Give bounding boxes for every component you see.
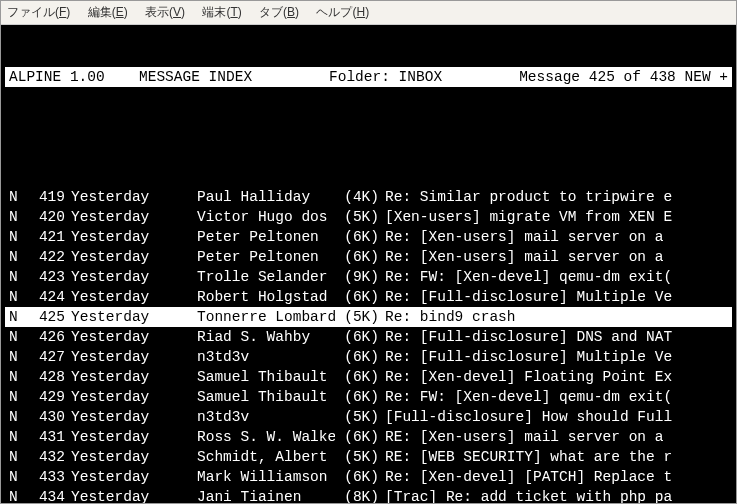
msg-number: 432 — [25, 447, 65, 467]
msg-from: Trolle Selander — [175, 267, 335, 287]
terminal[interactable]: ALPINE 1.00 MESSAGE INDEX Folder: INBOX … — [1, 25, 736, 503]
message-row[interactable]: N432YesterdaySchmidt, Albert E(5K)RE: [W… — [5, 447, 732, 467]
message-list: N419YesterdayPaul Halliday(4K)Re: Simila… — [5, 187, 732, 503]
menu-terminal[interactable]: 端末(T) — [202, 5, 241, 19]
msg-subject: Re: [Full-disclosure] DNS and NAT — [385, 327, 728, 347]
msg-subject: Re: FW: [Xen-devel] qemu-dm exit( — [385, 267, 728, 287]
msg-from: Paul Halliday — [175, 187, 335, 207]
msg-subject: RE: [WEB SECURITY] what are the r — [385, 447, 728, 467]
menu-edit[interactable]: 編集(E) — [88, 5, 128, 19]
msg-flag: N — [9, 267, 25, 287]
message-row[interactable]: N428YesterdaySamuel Thibault(6K)Re: [Xen… — [5, 367, 732, 387]
message-row[interactable]: N433YesterdayMark Williamson(6K)Re: [Xen… — [5, 467, 732, 487]
msg-flag: N — [9, 207, 25, 227]
msg-size: (6K) — [335, 287, 385, 307]
menubar: ファイル(F) 編集(E) 表示(V) 端末(T) タブ(B) ヘルプ(H) — [1, 1, 736, 25]
msg-date: Yesterday — [65, 207, 175, 227]
msg-size: (6K) — [335, 427, 385, 447]
section-title: MESSAGE INDEX — [139, 67, 329, 87]
msg-subject: Re: [Xen-devel] Floating Point Ex — [385, 367, 728, 387]
message-row[interactable]: N422YesterdayPeter Peltonen(6K)Re: [Xen-… — [5, 247, 732, 267]
msg-subject: [Trac] Re: add ticket with php pa — [385, 487, 728, 503]
message-row[interactable]: N427Yesterdayn3td3v(6K)Re: [Full-disclos… — [5, 347, 732, 367]
msg-size: (6K) — [335, 367, 385, 387]
msg-size: (6K) — [335, 227, 385, 247]
msg-number: 433 — [25, 467, 65, 487]
msg-number: 420 — [25, 207, 65, 227]
msg-flag: N — [9, 327, 25, 347]
msg-flag: N — [9, 227, 25, 247]
message-row[interactable]: N419YesterdayPaul Halliday(4K)Re: Simila… — [5, 187, 732, 207]
msg-number: 422 — [25, 247, 65, 267]
msg-date: Yesterday — [65, 487, 175, 503]
message-row[interactable]: N420YesterdayVictor Hugo dos S(5K)[Xen-u… — [5, 207, 732, 227]
msg-size: (5K) — [335, 407, 385, 427]
msg-from: Riad S. Wahby — [175, 327, 335, 347]
msg-number: 424 — [25, 287, 65, 307]
message-row[interactable]: N425YesterdayTonnerre Lombard(5K)Re: bin… — [5, 307, 732, 327]
message-row[interactable]: N429YesterdaySamuel Thibault(6K)Re: FW: … — [5, 387, 732, 407]
msg-number: 430 — [25, 407, 65, 427]
msg-from: Victor Hugo dos S — [175, 207, 335, 227]
app-name: ALPINE 1.00 — [9, 67, 139, 87]
msg-date: Yesterday — [65, 447, 175, 467]
menu-tab[interactable]: タブ(B) — [259, 5, 299, 19]
msg-number: 423 — [25, 267, 65, 287]
msg-size: (8K) — [335, 487, 385, 503]
msg-from: Peter Peltonen — [175, 247, 335, 267]
message-count: Message 425 of 438 NEW + — [519, 67, 728, 87]
msg-size: (6K) — [335, 387, 385, 407]
msg-from: Mark Williamson — [175, 467, 335, 487]
msg-size: (5K) — [335, 207, 385, 227]
msg-date: Yesterday — [65, 227, 175, 247]
message-row[interactable]: N430Yesterdayn3td3v(5K)[Full-disclosure]… — [5, 407, 732, 427]
msg-flag: N — [9, 427, 25, 447]
message-row[interactable]: N421YesterdayPeter Peltonen(6K)Re: [Xen-… — [5, 227, 732, 247]
msg-from: Jani Tiainen — [175, 487, 335, 503]
msg-date: Yesterday — [65, 247, 175, 267]
msg-from: n3td3v — [175, 407, 335, 427]
msg-date: Yesterday — [65, 407, 175, 427]
msg-flag: N — [9, 447, 25, 467]
msg-number: 427 — [25, 347, 65, 367]
msg-from: Samuel Thibault — [175, 367, 335, 387]
msg-flag: N — [9, 387, 25, 407]
message-row[interactable]: N426YesterdayRiad S. Wahby(6K)Re: [Full-… — [5, 327, 732, 347]
header-bar: ALPINE 1.00 MESSAGE INDEX Folder: INBOX … — [5, 67, 732, 87]
msg-flag: N — [9, 407, 25, 427]
msg-date: Yesterday — [65, 327, 175, 347]
msg-flag: N — [9, 467, 25, 487]
menu-view[interactable]: 表示(V) — [145, 5, 185, 19]
msg-from: Schmidt, Albert E — [175, 447, 335, 467]
msg-size: (6K) — [335, 347, 385, 367]
msg-number: 425 — [25, 307, 65, 327]
message-row[interactable]: N424YesterdayRobert Holgstad(6K)Re: [Ful… — [5, 287, 732, 307]
msg-size: (6K) — [335, 247, 385, 267]
msg-subject: Re: bind9 crash — [385, 307, 728, 327]
folder-label: Folder: INBOX — [329, 67, 519, 87]
msg-subject: Re: Similar product to tripwire e — [385, 187, 728, 207]
msg-date: Yesterday — [65, 367, 175, 387]
message-row[interactable]: N423YesterdayTrolle Selander(9K)Re: FW: … — [5, 267, 732, 287]
msg-size: (6K) — [335, 327, 385, 347]
message-row[interactable]: N434YesterdayJani Tiainen(8K)[Trac] Re: … — [5, 487, 732, 503]
msg-size: (5K) — [335, 307, 385, 327]
msg-size: (5K) — [335, 447, 385, 467]
msg-subject: RE: [Xen-users] mail server on a — [385, 427, 728, 447]
msg-date: Yesterday — [65, 387, 175, 407]
msg-number: 429 — [25, 387, 65, 407]
msg-flag: N — [9, 307, 25, 327]
msg-subject: [Full-disclosure] How should Full — [385, 407, 728, 427]
menu-file[interactable]: ファイル(F) — [7, 5, 70, 19]
msg-flag: N — [9, 247, 25, 267]
msg-from: Ross S. W. Walker — [175, 427, 335, 447]
menu-help[interactable]: ヘルプ(H) — [316, 5, 369, 19]
msg-number: 421 — [25, 227, 65, 247]
msg-number: 431 — [25, 427, 65, 447]
msg-date: Yesterday — [65, 307, 175, 327]
msg-flag: N — [9, 487, 25, 503]
msg-date: Yesterday — [65, 267, 175, 287]
message-row[interactable]: N431YesterdayRoss S. W. Walker(6K)RE: [X… — [5, 427, 732, 447]
msg-subject: Re: [Full-disclosure] Multiple Ve — [385, 287, 728, 307]
msg-date: Yesterday — [65, 347, 175, 367]
